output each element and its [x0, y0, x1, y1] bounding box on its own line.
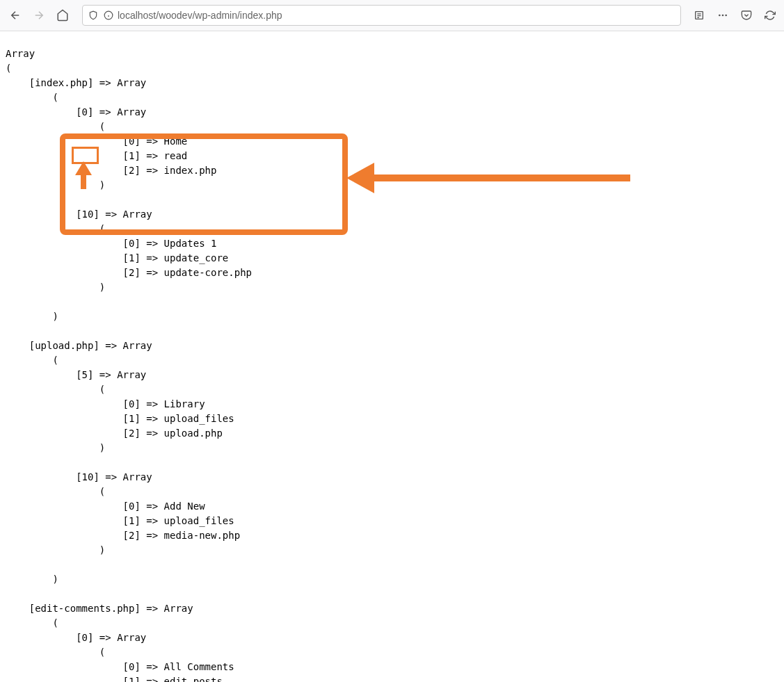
nav-buttons — [6, 6, 72, 25]
svg-point-7 — [719, 15, 721, 17]
home-button[interactable] — [53, 6, 72, 25]
array-dump: Array ( [index.php] => Array ( [0] => Ar… — [0, 41, 784, 682]
reload-button[interactable] — [762, 7, 778, 24]
annotation-arrow-left — [346, 163, 632, 193]
browser-toolbar: localhost/woodev/wp-admin/index.php — [0, 0, 784, 31]
svg-point-9 — [725, 15, 727, 17]
shield-icon — [87, 9, 99, 22]
info-icon — [102, 9, 115, 22]
svg-point-8 — [722, 15, 724, 17]
url-text: localhost/woodev/wp-admin/index.php — [118, 8, 282, 23]
forward-button[interactable] — [29, 6, 49, 25]
pocket-icon[interactable] — [738, 7, 755, 24]
back-button[interactable] — [6, 6, 25, 25]
reader-icon[interactable] — [691, 7, 707, 24]
annotation-arrow-up — [74, 161, 93, 193]
right-icons — [691, 7, 778, 24]
url-bar[interactable]: localhost/woodev/wp-admin/index.php — [82, 5, 681, 26]
more-icon[interactable] — [714, 7, 731, 24]
